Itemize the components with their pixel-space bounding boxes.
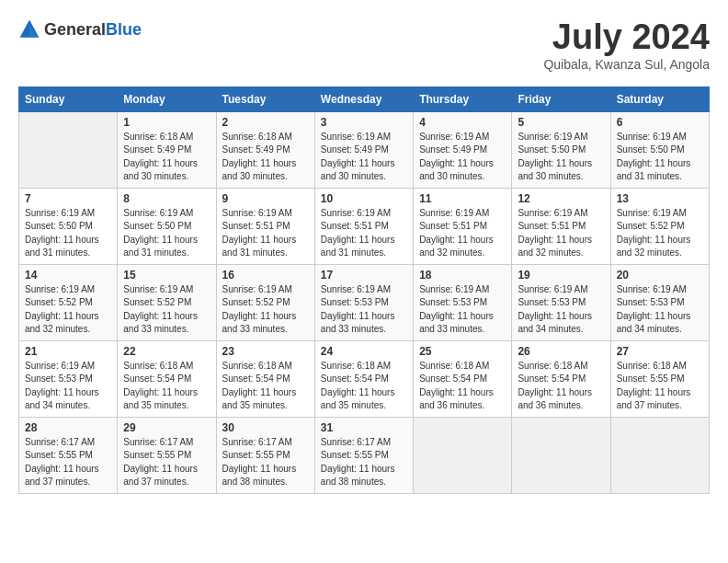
day-info: Sunrise: 6:19 AMSunset: 5:50 PMDaylight:… xyxy=(25,207,111,260)
calendar-cell: 19Sunrise: 6:19 AMSunset: 5:53 PMDayligh… xyxy=(512,264,610,340)
calendar-cell: 25Sunrise: 6:18 AMSunset: 5:54 PMDayligh… xyxy=(414,340,512,417)
day-info: Sunrise: 6:19 AMSunset: 5:52 PMDaylight:… xyxy=(222,283,309,337)
day-number: 13 xyxy=(617,192,703,205)
day-info: Sunrise: 6:18 AMSunset: 5:54 PMDaylight:… xyxy=(321,360,407,413)
calendar-cell xyxy=(414,417,512,493)
calendar-cell: 28Sunrise: 6:17 AMSunset: 5:55 PMDayligh… xyxy=(19,417,118,493)
header: GeneralBlue July 2024 Quibala, Kwanza Su… xyxy=(18,18,710,72)
day-info: Sunrise: 6:17 AMSunset: 5:55 PMDaylight:… xyxy=(222,436,309,489)
calendar-cell: 12Sunrise: 6:19 AMSunset: 5:51 PMDayligh… xyxy=(512,188,610,264)
day-info: Sunrise: 6:19 AMSunset: 5:53 PMDaylight:… xyxy=(25,360,111,413)
day-info: Sunrise: 6:19 AMSunset: 5:53 PMDaylight:… xyxy=(518,283,604,337)
day-info: Sunrise: 6:18 AMSunset: 5:55 PMDaylight:… xyxy=(617,360,703,413)
day-number: 7 xyxy=(25,192,111,205)
logo: GeneralBlue xyxy=(18,18,142,40)
calendar-cell xyxy=(512,417,610,493)
day-info: Sunrise: 6:18 AMSunset: 5:49 PMDaylight:… xyxy=(222,131,309,184)
day-info: Sunrise: 6:19 AMSunset: 5:50 PMDaylight:… xyxy=(518,131,604,184)
calendar-cell: 21Sunrise: 6:19 AMSunset: 5:53 PMDayligh… xyxy=(19,340,118,417)
calendar-week-row: 28Sunrise: 6:17 AMSunset: 5:55 PMDayligh… xyxy=(19,417,710,493)
day-number: 2 xyxy=(222,116,309,129)
calendar-cell: 15Sunrise: 6:19 AMSunset: 5:52 PMDayligh… xyxy=(118,264,216,340)
day-info: Sunrise: 6:19 AMSunset: 5:53 PMDaylight:… xyxy=(321,283,407,337)
day-number: 8 xyxy=(123,192,210,205)
day-number: 15 xyxy=(123,269,210,282)
calendar-cell: 1Sunrise: 6:18 AMSunset: 5:49 PMDaylight… xyxy=(118,111,216,188)
calendar-cell: 8Sunrise: 6:19 AMSunset: 5:50 PMDaylight… xyxy=(118,188,216,264)
day-number: 23 xyxy=(222,345,309,358)
calendar-cell: 4Sunrise: 6:19 AMSunset: 5:49 PMDaylight… xyxy=(414,111,512,188)
day-info: Sunrise: 6:19 AMSunset: 5:50 PMDaylight:… xyxy=(123,207,210,260)
calendar-cell: 31Sunrise: 6:17 AMSunset: 5:55 PMDayligh… xyxy=(314,417,413,493)
calendar-cell: 13Sunrise: 6:19 AMSunset: 5:52 PMDayligh… xyxy=(610,188,709,264)
day-number: 25 xyxy=(419,345,506,358)
calendar-week-row: 1Sunrise: 6:18 AMSunset: 5:49 PMDaylight… xyxy=(19,111,710,188)
day-info: Sunrise: 6:17 AMSunset: 5:55 PMDaylight:… xyxy=(25,436,111,489)
day-info: Sunrise: 6:19 AMSunset: 5:51 PMDaylight:… xyxy=(222,207,309,260)
day-number: 21 xyxy=(25,345,111,358)
day-number: 6 xyxy=(617,116,703,129)
day-number: 3 xyxy=(321,116,407,129)
calendar-cell: 10Sunrise: 6:19 AMSunset: 5:51 PMDayligh… xyxy=(314,188,413,264)
day-of-week-header: Friday xyxy=(512,86,610,111)
day-number: 20 xyxy=(617,269,703,282)
day-info: Sunrise: 6:19 AMSunset: 5:49 PMDaylight:… xyxy=(321,131,407,184)
calendar-cell xyxy=(610,417,709,493)
calendar-cell: 27Sunrise: 6:18 AMSunset: 5:55 PMDayligh… xyxy=(610,340,709,417)
calendar-cell: 7Sunrise: 6:19 AMSunset: 5:50 PMDaylight… xyxy=(19,188,118,264)
day-number: 5 xyxy=(518,116,604,129)
calendar-cell: 16Sunrise: 6:19 AMSunset: 5:52 PMDayligh… xyxy=(216,264,314,340)
day-of-week-header: Thursday xyxy=(414,86,512,111)
calendar-cell: 23Sunrise: 6:18 AMSunset: 5:54 PMDayligh… xyxy=(216,340,314,417)
day-number: 14 xyxy=(25,269,111,282)
day-of-week-header: Saturday xyxy=(610,86,709,111)
day-number: 26 xyxy=(518,345,604,358)
day-number: 18 xyxy=(419,269,506,282)
day-info: Sunrise: 6:19 AMSunset: 5:53 PMDaylight:… xyxy=(419,283,506,337)
calendar-table: SundayMondayTuesdayWednesdayThursdayFrid… xyxy=(18,86,710,494)
calendar-cell: 11Sunrise: 6:19 AMSunset: 5:51 PMDayligh… xyxy=(414,188,512,264)
day-info: Sunrise: 6:18 AMSunset: 5:54 PMDaylight:… xyxy=(518,360,604,413)
calendar-cell: 5Sunrise: 6:19 AMSunset: 5:50 PMDaylight… xyxy=(512,111,610,188)
day-of-week-header: Sunday xyxy=(19,86,118,111)
day-info: Sunrise: 6:18 AMSunset: 5:54 PMDaylight:… xyxy=(222,360,309,413)
calendar-cell: 3Sunrise: 6:19 AMSunset: 5:49 PMDaylight… xyxy=(314,111,413,188)
page-title: July 2024 xyxy=(543,18,710,57)
calendar-cell: 22Sunrise: 6:18 AMSunset: 5:54 PMDayligh… xyxy=(118,340,216,417)
calendar-cell: 6Sunrise: 6:19 AMSunset: 5:50 PMDaylight… xyxy=(610,111,709,188)
day-number: 1 xyxy=(123,116,210,129)
day-number: 28 xyxy=(25,421,111,434)
day-info: Sunrise: 6:17 AMSunset: 5:55 PMDaylight:… xyxy=(123,436,210,489)
day-info: Sunrise: 6:18 AMSunset: 5:54 PMDaylight:… xyxy=(419,360,506,413)
day-number: 27 xyxy=(617,345,703,358)
day-info: Sunrise: 6:18 AMSunset: 5:49 PMDaylight:… xyxy=(123,131,210,184)
day-number: 16 xyxy=(222,269,309,282)
calendar-header-row: SundayMondayTuesdayWednesdayThursdayFrid… xyxy=(19,86,710,111)
logo-text-blue: Blue xyxy=(106,20,142,39)
calendar-cell: 30Sunrise: 6:17 AMSunset: 5:55 PMDayligh… xyxy=(216,417,314,493)
day-info: Sunrise: 6:19 AMSunset: 5:51 PMDaylight:… xyxy=(321,207,407,260)
day-number: 31 xyxy=(321,421,407,434)
day-number: 12 xyxy=(518,192,604,205)
day-info: Sunrise: 6:17 AMSunset: 5:55 PMDaylight:… xyxy=(321,436,407,489)
calendar-week-row: 21Sunrise: 6:19 AMSunset: 5:53 PMDayligh… xyxy=(19,340,710,417)
logo-text-general: General xyxy=(44,20,106,39)
calendar-cell: 2Sunrise: 6:18 AMSunset: 5:49 PMDaylight… xyxy=(216,111,314,188)
day-number: 22 xyxy=(123,345,210,358)
day-info: Sunrise: 6:19 AMSunset: 5:50 PMDaylight:… xyxy=(617,131,703,184)
calendar-cell: 26Sunrise: 6:18 AMSunset: 5:54 PMDayligh… xyxy=(512,340,610,417)
day-of-week-header: Wednesday xyxy=(314,86,413,111)
day-number: 30 xyxy=(222,421,309,434)
day-number: 9 xyxy=(222,192,309,205)
day-number: 17 xyxy=(321,269,407,282)
day-number: 4 xyxy=(419,116,506,129)
calendar-week-row: 7Sunrise: 6:19 AMSunset: 5:50 PMDaylight… xyxy=(19,188,710,264)
day-of-week-header: Tuesday xyxy=(216,86,314,111)
day-info: Sunrise: 6:18 AMSunset: 5:54 PMDaylight:… xyxy=(123,360,210,413)
day-info: Sunrise: 6:19 AMSunset: 5:52 PMDaylight:… xyxy=(123,283,210,337)
calendar-cell: 29Sunrise: 6:17 AMSunset: 5:55 PMDayligh… xyxy=(118,417,216,493)
day-info: Sunrise: 6:19 AMSunset: 5:51 PMDaylight:… xyxy=(518,207,604,260)
calendar-cell xyxy=(19,111,118,188)
logo-icon xyxy=(18,18,40,40)
day-number: 19 xyxy=(518,269,604,282)
